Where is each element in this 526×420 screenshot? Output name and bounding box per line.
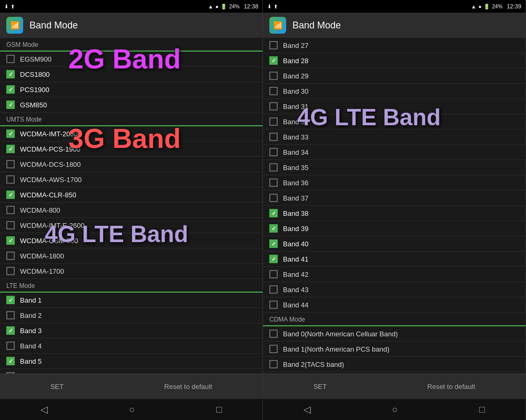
cdma-band1-checkbox[interactable] <box>269 345 278 353</box>
umts-1800-checkbox[interactable] <box>6 252 15 260</box>
left-set-button[interactable]: SET <box>40 378 74 395</box>
r-band41-checkbox[interactable] <box>269 255 278 263</box>
right-panel: ⬇ ⬆ ▲ ● 🔋 24% 12:39 📶 Band Mode Band 27 <box>263 0 526 420</box>
right-reset-button[interactable]: Reset to default <box>417 378 485 395</box>
umts-imte2600-checkbox[interactable] <box>6 221 15 229</box>
left-recent-button[interactable]: □ <box>206 400 232 419</box>
list-item[interactable]: Band 6 <box>0 369 262 374</box>
gsm-egsm900-checkbox[interactable] <box>6 55 15 63</box>
list-item[interactable]: Band 34 <box>263 145 525 160</box>
left-reset-button[interactable]: Reset to default <box>154 378 222 395</box>
r-band37-checkbox[interactable] <box>269 194 278 202</box>
list-item[interactable]: Band 28 <box>263 53 525 68</box>
list-item[interactable]: Band 33 <box>263 129 525 145</box>
list-item[interactable]: Band 2 <box>0 308 262 323</box>
r-band36-checkbox[interactable] <box>269 178 278 187</box>
r-band30-checkbox[interactable] <box>269 87 278 95</box>
r-band43-checkbox[interactable] <box>269 285 278 294</box>
r-band34-checkbox[interactable] <box>269 148 278 156</box>
r-band42-checkbox[interactable] <box>269 270 278 278</box>
list-item[interactable]: WCDMA-IMT-2000 <box>0 126 262 142</box>
r-band28-checkbox[interactable] <box>269 56 278 65</box>
r-band27-checkbox[interactable] <box>269 41 278 49</box>
umts-aws1700-checkbox[interactable] <box>6 175 15 184</box>
left-content[interactable]: GSM Mode EGSM900 DCS1800 PCS1900 GSM850 … <box>0 38 262 374</box>
right-download-icon: ⬇ <box>267 4 271 9</box>
r-band32-checkbox[interactable] <box>269 117 278 126</box>
list-item[interactable]: WCDMA-GSM-900 <box>0 233 262 248</box>
list-item[interactable]: WCDMA-AWS-1700 <box>0 172 262 187</box>
list-item[interactable]: WCDMA-1700 <box>0 264 262 279</box>
list-item[interactable]: WCDMA-IMT-E-2600 <box>0 218 262 233</box>
umts-clr850-checkbox[interactable] <box>6 191 15 199</box>
cdma-band0-checkbox[interactable] <box>269 329 278 338</box>
list-item[interactable]: Band 5 <box>0 354 262 369</box>
right-set-button[interactable]: SET <box>303 378 337 395</box>
r-band33-checkbox[interactable] <box>269 133 278 141</box>
lte-band2-checkbox[interactable] <box>6 311 15 319</box>
lte-band3-checkbox[interactable] <box>6 326 15 335</box>
umts-dcs1800-checkbox[interactable] <box>6 160 15 168</box>
umts-imt2000-checkbox[interactable] <box>6 129 15 138</box>
list-item[interactable]: PCS1900 <box>0 82 262 97</box>
right-back-button[interactable]: ◁ <box>293 399 321 419</box>
list-item[interactable]: Band 31 <box>263 99 525 114</box>
list-item[interactable]: WCDMA-DCS-1800 <box>0 157 262 172</box>
list-item[interactable]: Band 44 <box>263 297 525 313</box>
list-item[interactable]: Band 37 <box>263 191 525 206</box>
list-item[interactable]: Band 29 <box>263 68 525 84</box>
list-item[interactable]: Band 42 <box>263 267 525 282</box>
list-item[interactable]: Band 27 <box>263 38 525 53</box>
list-item[interactable]: Band 30 <box>263 84 525 99</box>
lte-band2-label: Band 2 <box>20 312 42 319</box>
list-item[interactable]: EGSM900 <box>0 52 262 67</box>
r-band33-label: Band 33 <box>283 133 308 141</box>
r-band38-checkbox[interactable] <box>269 209 278 217</box>
r-band29-checkbox[interactable] <box>269 72 278 80</box>
left-nav-bar: ◁ ○ □ <box>0 399 262 420</box>
list-item[interactable]: Band 0(North American Celluar Band) <box>263 326 525 342</box>
right-recent-button[interactable]: □ <box>469 400 495 419</box>
lte-band4-checkbox[interactable] <box>6 342 15 350</box>
list-item[interactable]: DCS1800 <box>0 67 262 82</box>
umts-800-checkbox[interactable] <box>6 206 15 214</box>
list-item[interactable]: Band 4 <box>0 338 262 354</box>
list-item[interactable]: Band 40 <box>263 236 525 252</box>
umts-pcs1900-checkbox[interactable] <box>6 145 15 153</box>
list-item[interactable]: Band 1 <box>0 293 262 308</box>
left-back-button[interactable]: ◁ <box>30 399 58 419</box>
list-item[interactable]: WCDMA-800 <box>0 203 262 218</box>
cdma-band2-checkbox[interactable] <box>269 360 278 368</box>
gsm-pcs1900-checkbox[interactable] <box>6 85 15 94</box>
list-item[interactable]: Band 38 <box>263 206 525 221</box>
lte-band5-checkbox[interactable] <box>6 357 15 365</box>
list-item[interactable]: Band 43 <box>263 282 525 297</box>
r-band35-checkbox[interactable] <box>269 163 278 172</box>
list-item[interactable]: Band 39 <box>263 221 525 236</box>
r-band44-checkbox[interactable] <box>269 301 278 309</box>
list-item[interactable]: Band 36 <box>263 175 525 191</box>
right-home-button[interactable]: ○ <box>382 400 409 419</box>
r-band40-checkbox[interactable] <box>269 239 278 248</box>
right-content[interactable]: Band 27 Band 28 Band 29 Band 30 Band 31 … <box>263 38 525 374</box>
list-item[interactable]: WCDMA-CLR-850 <box>0 187 262 203</box>
list-item[interactable]: Band 2(TACS band) <box>263 357 525 372</box>
right-status-left: ⬇ ⬆ <box>267 4 278 9</box>
lte-band1-checkbox[interactable] <box>6 296 15 304</box>
umts-gsm900-checkbox[interactable] <box>6 236 15 245</box>
gsm-dcs1800-checkbox[interactable] <box>6 70 15 78</box>
list-item[interactable]: Band 1(North American PCS band) <box>263 342 525 357</box>
umts-1700-checkbox[interactable] <box>6 267 15 275</box>
list-item[interactable]: WCDMA-1800 <box>0 248 262 264</box>
list-item[interactable]: Band 41 <box>263 252 525 267</box>
list-item[interactable]: Band 3 <box>0 323 262 338</box>
left-home-button[interactable]: ○ <box>119 400 146 419</box>
r-band39-checkbox[interactable] <box>269 224 278 233</box>
list-item[interactable]: Band 35 <box>263 160 525 175</box>
r-band31-checkbox[interactable] <box>269 102 278 111</box>
list-item[interactable]: GSM850 <box>0 97 262 113</box>
list-item[interactable]: Band 32 <box>263 114 525 129</box>
gsm-gsm850-checkbox[interactable] <box>6 101 15 109</box>
list-item[interactable]: WCDMA-PCS-1900 <box>0 142 262 157</box>
right-upload-icon: ⬆ <box>274 4 278 9</box>
